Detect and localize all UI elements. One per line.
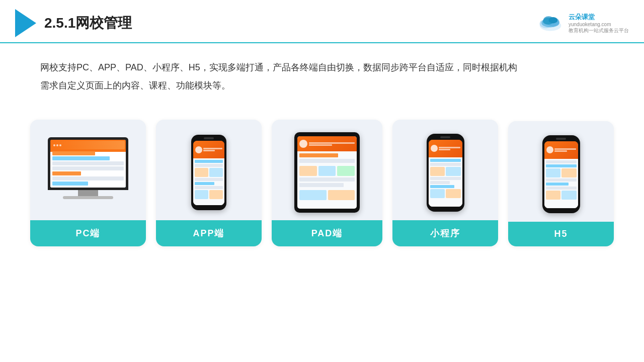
play-icon xyxy=(15,9,36,37)
card-pad-label: PAD端 xyxy=(272,220,382,246)
description-line-2: 需求自定义页面上的内容、课程、功能模块等。 xyxy=(40,76,604,95)
miniprogram-image-area xyxy=(392,120,498,220)
card-pc-label: PC端 xyxy=(30,220,146,246)
pad-tablet-mockup xyxy=(294,132,360,213)
card-h5: H5 xyxy=(508,121,614,246)
header-left: 2.5.1网校管理 xyxy=(15,9,132,37)
card-app: APP端 xyxy=(156,120,262,246)
card-h5-label: H5 xyxy=(508,222,614,246)
h5-phone-mockup xyxy=(542,135,580,213)
pc-image-area xyxy=(30,120,146,220)
logo-tagline: 教育机构一站式服务云平台 xyxy=(569,27,629,34)
miniprogram-phone-mockup xyxy=(427,134,464,212)
logo-name: 云朵课堂 xyxy=(569,13,629,22)
logo-text: 云朵课堂 yunduoketang.com 教育机构一站式服务云平台 xyxy=(569,13,629,34)
page-title: 2.5.1网校管理 xyxy=(44,14,132,33)
card-miniprogram-label: 小程序 xyxy=(392,220,498,246)
description-text: 网校支持PC、APP、PAD、小程序、H5，实现多端打通，产品各终端自由切换，数… xyxy=(0,43,644,100)
pc-mockup xyxy=(48,137,128,208)
card-pad: PAD端 xyxy=(272,120,382,246)
h5-image-area xyxy=(508,121,614,222)
app-phone-mockup xyxy=(191,135,226,210)
description-line-1: 网校支持PC、APP、PAD、小程序、H5，实现多端打通，产品各终端自由切换，数… xyxy=(40,58,604,76)
header: 2.5.1网校管理 云朵课堂 yunduoketang.com 教育机构一站式服… xyxy=(0,0,644,43)
svg-point-6 xyxy=(548,17,557,23)
cloud-logo-icon xyxy=(536,13,565,33)
card-miniprogram: 小程序 xyxy=(392,120,498,246)
logo-area: 云朵课堂 yunduoketang.com 教育机构一站式服务云平台 xyxy=(536,13,629,34)
cards-section: PC端 xyxy=(0,105,644,266)
card-app-label: APP端 xyxy=(156,220,262,246)
pad-image-area xyxy=(272,120,382,220)
app-image-area xyxy=(156,120,262,220)
card-pc: PC端 xyxy=(30,120,146,246)
logo-domain: yunduoketang.com xyxy=(569,22,629,27)
